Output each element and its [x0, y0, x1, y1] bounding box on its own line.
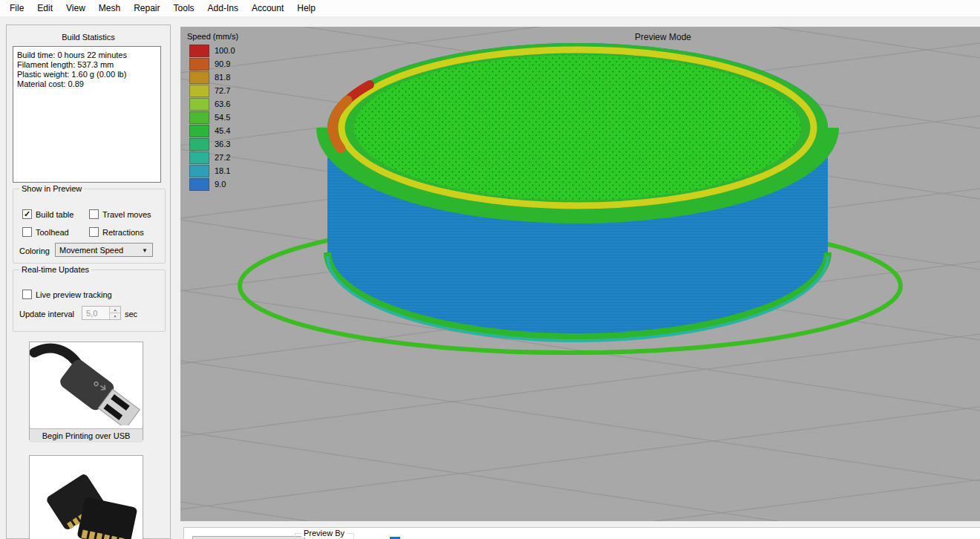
realtime-updates-group: Real-time Updates Live preview tracking … [13, 270, 166, 332]
stat-plastic-weight: Plastic weight: 1.60 g (0.00 lb) [17, 70, 157, 79]
sidebar-panel: Build Statistics Build time: 0 hours 22 … [6, 24, 171, 539]
legend-row: 100.0 [187, 44, 238, 57]
legend-value: 72.7 [215, 86, 230, 95]
legend-swatch [189, 58, 209, 71]
stat-filament-length: Filament length: 537.3 mm [17, 60, 157, 70]
build-statistics-box: Build time: 0 hours 22 minutes Filament … [13, 46, 161, 183]
checkbox-live-preview-tracking[interactable]: Live preview tracking [22, 290, 112, 299]
legend-value: 63.6 [215, 99, 230, 108]
legend-swatch [189, 138, 209, 151]
spin-down-icon[interactable]: ▼ [110, 313, 120, 319]
legend-value: 90.9 [215, 59, 230, 68]
sd-card-button[interactable] [29, 455, 143, 539]
stat-build-time: Build time: 0 hours 22 minutes [17, 50, 157, 60]
menu-account[interactable]: Account [245, 1, 290, 16]
stat-material-cost: Material cost: 0.89 [17, 79, 157, 89]
legend-row: 45.4 [187, 124, 238, 137]
spin-up-icon[interactable]: ▲ [110, 307, 120, 313]
legend-swatch [189, 111, 209, 124]
menu-mesh[interactable]: Mesh [92, 1, 127, 16]
menu-addins[interactable]: Add-Ins [201, 1, 245, 16]
usb-button-label: Begin Printing over USB [30, 428, 143, 442]
legend-row: 63.6 [187, 97, 238, 111]
legend-value: 36.3 [215, 140, 230, 148]
checkbox-build-table[interactable]: ✓ Build table [22, 209, 74, 219]
checkbox-toolhead-box[interactable] [22, 227, 32, 237]
gcode-preview-scene [180, 27, 980, 521]
legend-swatch [189, 98, 209, 111]
checkbox-toolhead[interactable]: Toolhead [22, 227, 69, 237]
legend-row: 54.5 [187, 111, 238, 124]
coloring-dropdown[interactable]: Movement Speed ▼ [55, 243, 153, 257]
legend-swatch [189, 178, 209, 191]
update-interval-value: 5,0 [82, 307, 109, 319]
legend-value: 81.8 [215, 73, 230, 82]
checkbox-retractions-box[interactable] [89, 227, 99, 237]
legend-value: 100.0 [215, 46, 235, 55]
legend-value: 45.4 [215, 126, 230, 135]
speed-legend-title: Speed (mm/s) [187, 32, 238, 41]
usb-plug-image [30, 342, 143, 425]
legend-swatch [189, 71, 209, 84]
legend-swatch [189, 45, 209, 57]
begin-printing-usb-button[interactable]: Begin Printing over USB [29, 342, 143, 440]
legend-value: 9.0 [215, 180, 226, 189]
legend-row: 90.9 [187, 57, 238, 71]
legend-row: 9.0 [187, 177, 238, 191]
update-interval-stepper[interactable]: 5,0 ▲ ▼ [82, 306, 121, 320]
checkbox-travel-moves-label: Travel moves [102, 210, 151, 219]
update-interval-label: Update interval [19, 310, 74, 318]
checkbox-live-preview-label: Live preview tracking [36, 290, 112, 299]
menu-repair[interactable]: Repair [127, 1, 166, 16]
legend-swatch [189, 125, 209, 137]
menu-bar: File Edit View Mesh Repair Tools Add-Ins… [0, 0, 980, 16]
legend-row: 81.8 [187, 71, 238, 84]
checkbox-build-table-box[interactable]: ✓ [22, 209, 32, 219]
preview-by-label: Preview By [301, 529, 347, 538]
bottom-left-button[interactable] [192, 536, 305, 539]
speed-legend: Speed (mm/s) 100.0 90.9 81.8 72.7 63.6 5… [187, 32, 238, 191]
checkbox-travel-moves[interactable]: Travel moves [89, 209, 151, 219]
menu-tools[interactable]: Tools [167, 1, 201, 16]
menu-edit[interactable]: Edit [30, 1, 59, 16]
preview-3d-viewport[interactable]: Speed (mm/s) 100.0 90.9 81.8 72.7 63.6 5… [180, 27, 980, 521]
legend-value: 27.2 [215, 153, 230, 162]
legend-row: 36.3 [187, 137, 238, 151]
checkbox-retractions[interactable]: Retractions [89, 227, 144, 237]
realtime-updates-title: Real-time Updates [19, 265, 91, 274]
legend-swatch [189, 151, 209, 164]
menu-file[interactable]: File [3, 1, 30, 16]
update-interval-unit: sec [125, 310, 137, 318]
checkbox-retractions-label: Retractions [102, 228, 144, 237]
checkbox-travel-moves-box[interactable] [89, 209, 99, 219]
checkbox-build-table-label: Build table [36, 210, 74, 219]
top-infill [354, 55, 801, 200]
legend-swatch [189, 85, 209, 97]
menu-help[interactable]: Help [290, 1, 322, 16]
legend-row: 72.7 [187, 84, 238, 97]
checkbox-live-preview-box[interactable] [22, 290, 32, 299]
menu-view[interactable]: View [59, 1, 92, 16]
legend-row: 27.2 [187, 151, 238, 164]
sd-cards-image [30, 456, 143, 539]
legend-value: 18.1 [215, 166, 230, 175]
legend-value: 54.5 [215, 113, 230, 122]
checkbox-toolhead-label: Toolhead [36, 228, 69, 237]
chevron-down-icon: ▼ [142, 247, 148, 254]
coloring-dropdown-value: Movement Speed [59, 246, 123, 255]
bottom-toolbar: Preview By [183, 527, 980, 539]
show-in-preview-title: Show in Preview [19, 184, 84, 193]
legend-swatch [189, 165, 209, 177]
update-interval-spin-buttons[interactable]: ▲ ▼ [109, 307, 120, 319]
legend-row: 18.1 [187, 164, 238, 177]
build-statistics-title: Build Statistics [7, 33, 170, 42]
show-in-preview-group: Show in Preview ✓ Build table Travel mov… [13, 189, 166, 264]
coloring-label: Coloring [19, 246, 50, 255]
preview-mode-label: Preview Mode [604, 32, 722, 42]
